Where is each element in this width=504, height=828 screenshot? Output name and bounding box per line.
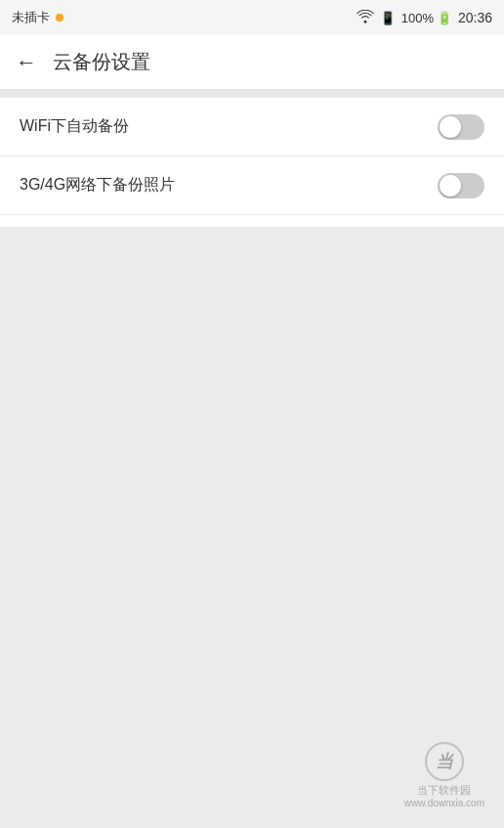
sim-icon: 📱 [380, 11, 396, 25]
status-right: 📱 100% 🔋 20:36 [357, 10, 492, 26]
status-bar: 未插卡 📱 100% 🔋 20:36 [0, 0, 504, 35]
battery-icon: 🔋 [437, 11, 452, 25]
mobile-backup-toggle[interactable] [438, 173, 484, 198]
background-area [0, 227, 504, 828]
time-label: 20:36 [458, 10, 492, 25]
wifi-backup-toggle[interactable] [438, 114, 484, 140]
settings-item-mobile-backup[interactable]: 3G/4G网络下备份照片 [0, 156, 504, 215]
status-left: 未插卡 [12, 9, 63, 26]
carrier-label: 未插卡 [12, 9, 50, 26]
wifi-icon [357, 10, 374, 26]
watermark: 当 当下软件园 www.downxia.com [404, 742, 484, 808]
settings-item-wifi-backup[interactable]: WiFi下自动备份 [0, 98, 504, 156]
watermark-text1: 当下软件园 [417, 783, 471, 798]
back-button[interactable]: ← [16, 50, 37, 75]
battery-area: 100% 🔋 [401, 11, 452, 25]
app-bar: ← 云备份设置 [0, 35, 504, 90]
wifi-backup-label: WiFi下自动备份 [20, 116, 129, 137]
watermark-logo: 当 [425, 742, 464, 781]
mobile-backup-label: 3G/4G网络下备份照片 [20, 175, 175, 196]
signal-indicator [56, 14, 63, 22]
page-title: 云备份设置 [53, 49, 150, 75]
watermark-text2: www.downxia.com [404, 798, 484, 808]
top-divider [0, 90, 504, 98]
battery-percentage: 100% [401, 11, 434, 25]
